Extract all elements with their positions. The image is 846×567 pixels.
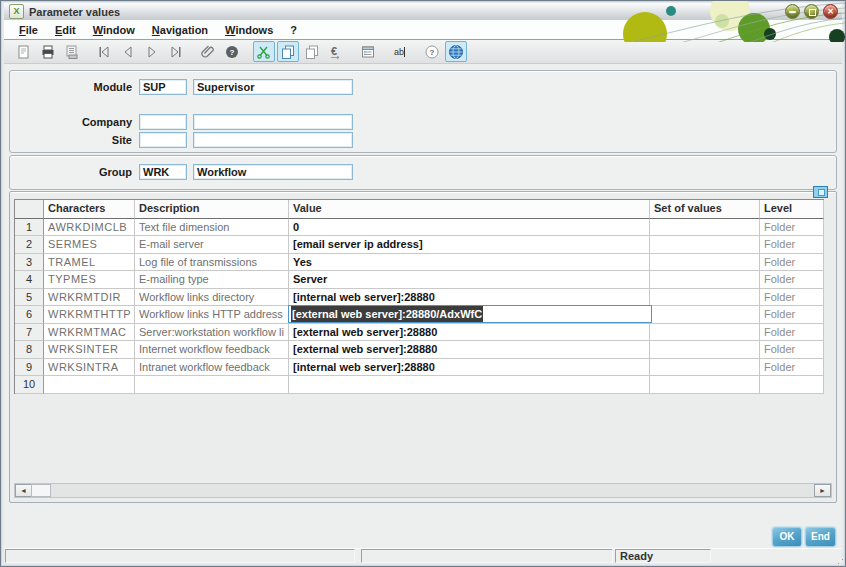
module-description-field[interactable]: Supervisor [193, 79, 353, 95]
cell-value[interactable] [289, 376, 650, 394]
cell-set-of-values[interactable] [650, 254, 760, 272]
cell-characters[interactable]: SERMES [44, 236, 135, 254]
cell-level[interactable]: Folder [760, 324, 824, 342]
group-code-field[interactable]: WRK [139, 164, 187, 180]
cell-description[interactable]: E-mailing type [135, 271, 289, 289]
cell-description[interactable]: Text file dimension [135, 219, 289, 237]
cell-level[interactable]: Folder [760, 254, 824, 272]
cell-characters[interactable]: WRKSINTER [44, 341, 135, 359]
row-number[interactable]: 6 [15, 306, 44, 324]
properties-button[interactable] [357, 41, 379, 62]
column-header-set-of-values[interactable]: Set of values [650, 200, 760, 219]
row-number[interactable]: 7 [15, 324, 44, 342]
cell-characters[interactable]: WRKRMTHTTP [44, 306, 135, 324]
cell-set-of-values[interactable] [650, 306, 760, 324]
column-header-description[interactable]: Description [135, 200, 289, 219]
column-header-characters[interactable]: Characters [44, 200, 135, 219]
web-button[interactable] [445, 41, 467, 62]
print-list-button[interactable] [61, 41, 83, 62]
previous-record-button[interactable] [117, 41, 139, 62]
cell-level[interactable]: Folder [760, 219, 824, 237]
cut-button[interactable] [253, 41, 275, 62]
cell-level[interactable]: Folder [760, 289, 824, 307]
cell-level[interactable]: Folder [760, 306, 824, 324]
row-number[interactable]: 1 [15, 219, 44, 237]
site-description-field[interactable] [193, 132, 353, 148]
print-button[interactable] [37, 41, 59, 62]
row-number[interactable]: 2 [15, 236, 44, 254]
copy-button[interactable] [277, 41, 299, 62]
cell-value[interactable]: [external web server]:28880 [289, 324, 650, 342]
cell-description[interactable]: E-mail server [135, 236, 289, 254]
cell-set-of-values[interactable] [650, 219, 760, 237]
attachment-button[interactable] [197, 41, 219, 62]
end-button[interactable]: End [805, 527, 836, 547]
menu-file[interactable]: File [14, 23, 43, 37]
column-header-value[interactable]: Value [289, 200, 650, 219]
cell-description[interactable]: Workflow links HTTP address [135, 306, 289, 324]
company-description-field[interactable] [193, 114, 353, 130]
context-help-button[interactable]: ? [221, 41, 243, 62]
row-number[interactable]: 9 [15, 359, 44, 377]
title-bar[interactable]: X Parameter values [4, 3, 842, 20]
cell-set-of-values[interactable] [650, 289, 760, 307]
menu-window[interactable]: Window [88, 23, 140, 37]
cell-value[interactable]: Yes [289, 254, 650, 272]
ok-button[interactable]: OK [772, 527, 802, 547]
cell-level[interactable]: Folder [760, 341, 824, 359]
cell-value[interactable]: Server [289, 271, 650, 289]
scroll-right-button[interactable]: ► [814, 484, 831, 497]
cell-level[interactable]: Folder [760, 359, 824, 377]
scroll-left-button[interactable]: ◄ [15, 484, 32, 497]
module-code-field[interactable]: SUP [139, 79, 187, 95]
cell-set-of-values[interactable] [650, 376, 760, 394]
cell-characters[interactable] [44, 376, 135, 394]
row-number[interactable]: 5 [15, 289, 44, 307]
cell-value[interactable]: [email server ip address] [289, 236, 650, 254]
cell-description[interactable]: Internet workflow feedback [135, 341, 289, 359]
row-number[interactable]: 8 [15, 341, 44, 359]
cell-description[interactable]: Log file of transmissions [135, 254, 289, 272]
next-record-button[interactable] [141, 41, 163, 62]
menu-help[interactable]: ? [285, 23, 302, 37]
help-button[interactable]: ? [421, 41, 443, 62]
paste-button[interactable] [301, 41, 323, 62]
row-number[interactable]: 4 [15, 271, 44, 289]
cell-description[interactable]: Workflow links directory [135, 289, 289, 307]
cell-set-of-values[interactable] [650, 271, 760, 289]
cell-set-of-values[interactable] [650, 324, 760, 342]
value-edit-field[interactable]: [external web server]:28880/AdxWfC [288, 305, 652, 323]
table-horizontal-scrollbar[interactable]: ◄ ► [14, 483, 832, 498]
cell-set-of-values[interactable] [650, 236, 760, 254]
cell-characters[interactable]: WRKRMTDIR [44, 289, 135, 307]
cell-level[interactable] [760, 376, 824, 394]
cell-set-of-values[interactable] [650, 341, 760, 359]
row-number[interactable]: 3 [15, 254, 44, 272]
group-description-field[interactable]: Workflow [193, 164, 353, 180]
cell-description[interactable]: Server:workstation workflow li [135, 324, 289, 342]
currency-button[interactable]: € [325, 41, 347, 62]
menu-edit[interactable]: Edit [50, 23, 81, 37]
minimize-button[interactable] [785, 4, 800, 19]
menu-navigation[interactable]: Navigation [147, 23, 213, 37]
maximize-button[interactable] [804, 4, 819, 19]
cell-description[interactable]: Intranet workflow feedback [135, 359, 289, 377]
cell-characters[interactable]: AWRKDIMCLB [44, 219, 135, 237]
table-settings-icon[interactable] [813, 186, 828, 198]
site-code-field[interactable] [139, 132, 187, 148]
cell-value[interactable]: [internal web server]:28880 [289, 289, 650, 307]
last-record-button[interactable] [165, 41, 187, 62]
cell-description[interactable] [135, 376, 289, 394]
cell-level[interactable]: Folder [760, 236, 824, 254]
cell-value[interactable]: 0 [289, 219, 650, 237]
first-record-button[interactable] [93, 41, 115, 62]
menu-windows[interactable]: Windows [220, 23, 278, 37]
text-edit-button[interactable]: ab [389, 41, 411, 62]
close-button[interactable]: ✕ [823, 4, 838, 19]
new-record-button[interactable] [13, 41, 35, 62]
cell-characters[interactable]: TYPMES [44, 271, 135, 289]
row-number[interactable]: 10 [15, 376, 44, 394]
cell-characters[interactable]: WRKRMTMAC [44, 324, 135, 342]
cell-value[interactable]: [external web server]:28880/AdxWfC [289, 306, 650, 324]
cell-characters[interactable]: WRKSINTRA [44, 359, 135, 377]
